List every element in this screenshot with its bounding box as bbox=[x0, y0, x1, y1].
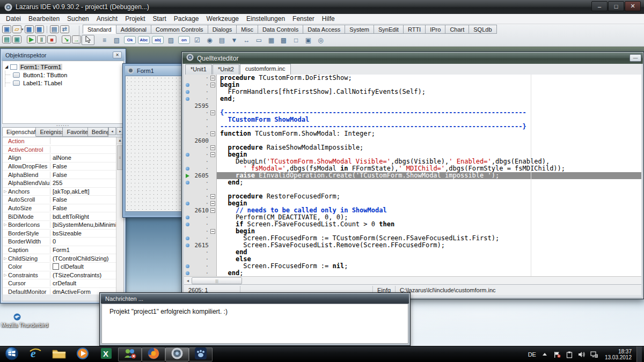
property-row-autosize[interactable]: AutoSizeFalse bbox=[3, 204, 116, 213]
fold-marker[interactable] bbox=[210, 82, 215, 88]
debug-dot-icon[interactable] bbox=[184, 179, 191, 186]
palette-tab-system[interactable]: System bbox=[345, 25, 374, 34]
property-value[interactable]: (TSizeConstraints) bbox=[50, 272, 116, 278]
code-text[interactable]: Screen.FSaveFocusedList.Remove(Screen.FF… bbox=[217, 242, 641, 249]
palette-tab-ipro[interactable]: IPro bbox=[426, 25, 445, 34]
tmemo-icon[interactable]: ▨ bbox=[166, 35, 176, 45]
palette-tab-additional[interactable]: Additional bbox=[116, 25, 151, 34]
code-line[interactable]: · Screen.FFocusedForm := nil; bbox=[184, 263, 641, 270]
code-text[interactable]: Screen.FFocusedForm := nil; bbox=[217, 263, 641, 270]
tframe-icon[interactable]: ▣ bbox=[303, 35, 313, 45]
property-row-color[interactable]: ColorclDefault bbox=[3, 263, 116, 271]
gutter[interactable]: · bbox=[184, 165, 217, 172]
menu-einstellungen[interactable]: Einstellungen bbox=[243, 15, 289, 23]
ttogglebox-icon[interactable]: on bbox=[178, 36, 190, 44]
menu-suchen[interactable]: Suchen bbox=[63, 15, 93, 23]
hscrollbar-thumb[interactable]: ||| bbox=[192, 277, 242, 284]
gutter-mark[interactable] bbox=[184, 137, 191, 144]
code-text[interactable]: procedure RaiseShowModalImpossible; bbox=[217, 144, 641, 151]
tree-expander-icon[interactable]: ◢ bbox=[5, 64, 10, 69]
editor-tab-unit2[interactable]: *Unit2 bbox=[213, 64, 239, 75]
gutter[interactable]: · bbox=[184, 179, 217, 186]
menu-hilfe[interactable]: Hilfe bbox=[318, 15, 339, 23]
gutter[interactable]: 2615 bbox=[184, 242, 217, 249]
fold-box-icon[interactable] bbox=[210, 76, 215, 80]
fold-marker[interactable] bbox=[210, 75, 215, 82]
editor-hscrollbar[interactable]: ◂ ||| bbox=[184, 276, 641, 285]
gutter-mark[interactable] bbox=[184, 256, 191, 263]
select-tool-button[interactable] bbox=[82, 35, 94, 45]
scroll-left-icon[interactable]: ◂ bbox=[184, 277, 192, 284]
menu-start[interactable]: Start bbox=[149, 15, 170, 23]
gutter-mark[interactable] bbox=[184, 186, 191, 193]
palette-tab-dialogs[interactable]: Dialogs bbox=[208, 25, 237, 34]
hidden-icons-arrow[interactable] bbox=[541, 351, 548, 358]
taskbar-start-button[interactable] bbox=[0, 347, 24, 362]
editor-tab-unit1[interactable]: *Unit1 bbox=[185, 64, 212, 75]
palette-tab-common-controls[interactable]: Common Controls bbox=[151, 25, 208, 34]
gutter[interactable]: · bbox=[184, 228, 217, 235]
object-inspector-close-icon[interactable]: ✕ bbox=[113, 51, 122, 58]
gutter[interactable]: 2595 bbox=[184, 102, 217, 109]
tab-scroll-left-icon[interactable]: ◂ bbox=[108, 127, 116, 135]
property-row-bordericons[interactable]: ▷BorderIcons[biSystemMenu,biMinimize,b bbox=[3, 221, 116, 230]
property-value[interactable]: Form1 bbox=[50, 247, 116, 253]
property-row-bidimode[interactable]: BiDiModebdLeftToRight bbox=[3, 212, 116, 221]
property-value[interactable]: alNone bbox=[50, 154, 116, 161]
code-line[interactable]: · procedure RaiseShowModalImpossible; bbox=[184, 144, 641, 151]
property-expander-icon[interactable]: ▷ bbox=[3, 189, 8, 194]
property-value[interactable]: False bbox=[50, 163, 116, 169]
tgroupbox-icon[interactable]: ▭ bbox=[254, 35, 264, 45]
code-text[interactable]: procedure RestoreFocusedForm; bbox=[217, 193, 641, 200]
tedit-icon[interactable]: ab| bbox=[152, 36, 164, 44]
property-value[interactable]: False bbox=[50, 196, 116, 203]
code-line[interactable]: · procedure RestoreFocusedForm; bbox=[184, 193, 641, 200]
tlabel-icon[interactable]: Abc bbox=[138, 36, 150, 44]
menu-datei[interactable]: Datei bbox=[2, 15, 25, 23]
taskbar-media-player[interactable] bbox=[71, 347, 94, 362]
gutter[interactable]: · bbox=[184, 95, 217, 102]
gutter[interactable]: · bbox=[184, 82, 217, 88]
gutter[interactable]: · bbox=[184, 116, 217, 123]
gutter-mark[interactable] bbox=[184, 158, 191, 165]
code-text[interactable]: function TCustomForm.ShowModal: Integer; bbox=[217, 130, 641, 137]
gutter[interactable]: · bbox=[184, 256, 217, 263]
fold-marker[interactable] bbox=[210, 228, 215, 235]
code-text[interactable]: if Screen.FSaveFocusedList.Count > 0 the… bbox=[217, 221, 641, 228]
run-icon[interactable]: ▶ bbox=[27, 35, 36, 43]
gutter[interactable]: · bbox=[184, 144, 217, 151]
menu-fenster[interactable]: Fenster bbox=[289, 15, 318, 23]
inspector-tab-favoriten[interactable]: Favoriten bbox=[63, 127, 87, 137]
gutter[interactable]: · bbox=[184, 270, 217, 276]
property-row-caption[interactable]: CaptionForm1 bbox=[3, 246, 116, 255]
fold-box-icon[interactable] bbox=[210, 83, 215, 87]
tree-item-label1[interactable]: Label1: TLabel bbox=[3, 79, 123, 87]
code-line[interactable]: · end; bbox=[184, 270, 641, 276]
fold-marker[interactable] bbox=[210, 130, 215, 137]
tradiobutton-icon[interactable]: ◉ bbox=[204, 35, 215, 45]
show-desktop-button[interactable] bbox=[636, 346, 642, 362]
view-forms-icon[interactable]: ▣ bbox=[12, 35, 21, 43]
gutter[interactable]: · bbox=[184, 186, 217, 193]
step-into-icon[interactable]: ↘ bbox=[62, 35, 71, 43]
debug-dot-icon[interactable] bbox=[184, 270, 191, 276]
taskbar-messenger[interactable] bbox=[118, 348, 142, 361]
tcombobox-icon[interactable]: ▼ bbox=[229, 35, 239, 45]
property-value[interactable]: 0 bbox=[50, 238, 116, 245]
debug-dot-icon[interactable] bbox=[184, 165, 191, 172]
code-line[interactable]: ·end; bbox=[184, 95, 641, 102]
property-row-borderstyle[interactable]: BorderStylebsSizeable bbox=[3, 230, 116, 238]
palette-tab-data-access[interactable]: Data Access bbox=[303, 25, 345, 34]
property-row-allowdropfiles[interactable]: AllowDropFilesFalse bbox=[3, 162, 116, 171]
main-titlebar[interactable]: Lazarus IDE v0.9.30.2 - project1 (Debugg… bbox=[0, 0, 644, 14]
gutter[interactable]: · bbox=[184, 249, 217, 256]
volume-icon[interactable] bbox=[578, 351, 586, 358]
gutter[interactable]: · bbox=[184, 109, 217, 116]
code-text[interactable]: procedure TCustomForm.DoFirstShow; bbox=[217, 75, 641, 82]
palette-tab-synedit[interactable]: SynEdit bbox=[374, 25, 404, 34]
debug-dot-icon[interactable] bbox=[184, 95, 191, 102]
property-row-align[interactable]: AlignalNone bbox=[3, 154, 116, 162]
taskbar-firefox[interactable] bbox=[142, 348, 165, 361]
property-expander-icon[interactable]: ▷ bbox=[3, 273, 8, 277]
tree-item-form1[interactable]: ◢Form1: TForm1 bbox=[3, 63, 123, 71]
